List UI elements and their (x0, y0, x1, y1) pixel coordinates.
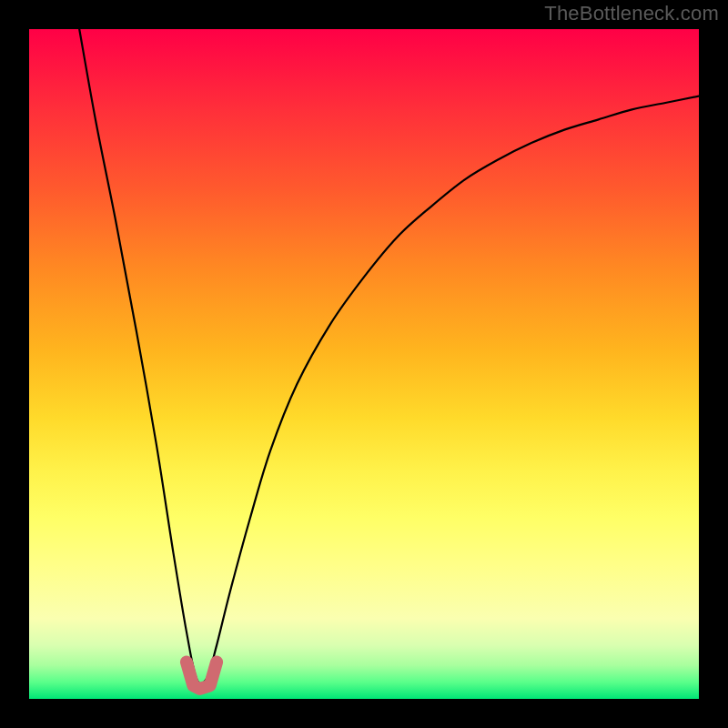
chart-frame: TheBottleneck.com (0, 0, 728, 728)
attribution-text: TheBottleneck.com (544, 2, 719, 25)
gradient-background (29, 29, 699, 699)
bottleneck-plot (29, 29, 699, 699)
